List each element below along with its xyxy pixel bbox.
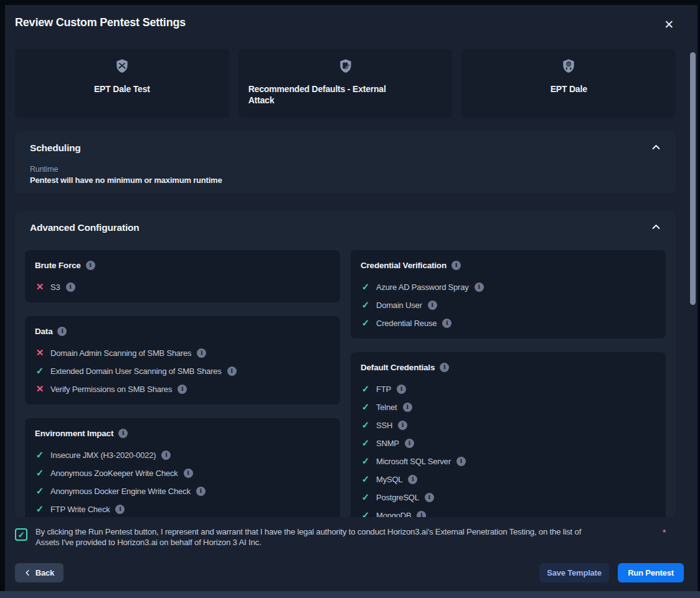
group-items: Domain Admin Scanning of SMB Shares Exte… [35,347,330,395]
setting-label: Azure AD Password Spray [376,283,469,292]
group-card-data: Data Domain Admin Scanning of SMB Shares [25,316,340,404]
group-card-brute-force: Brute Force S3 [25,250,340,302]
modal-title: Review Custom Pentest Settings [15,16,186,29]
status-icon [361,401,371,413]
back-button-label: Back [35,568,54,577]
scheduling-title: Scheduling [30,142,81,154]
status-icon [35,485,45,497]
chevron-up-icon[interactable] [650,141,662,153]
info-icon[interactable] [196,487,206,496]
info-icon[interactable] [403,403,412,412]
legal-consent-row: ✓ By clicking the Run Pentest button, I … [15,526,675,548]
shield-swords-icon [114,58,130,74]
info-icon[interactable] [197,348,206,358]
back-button[interactable]: Back [15,563,64,582]
chevron-left-icon [24,569,31,576]
setting-row: Domain Admin Scanning of SMB Shares [35,347,330,359]
info-icon[interactable] [115,505,125,514]
info-icon[interactable] [440,363,449,372]
group-items: Insecure JMX (H3-2020-0022) Anonymous Zo… [35,449,330,515]
status-icon [35,467,45,479]
setting-row: Azure AD Password Spray [361,281,656,293]
save-template-button[interactable]: Save Template [539,563,609,582]
info-icon[interactable] [456,457,466,466]
setting-row: S3 [35,281,330,293]
advanced-groups-grid: Brute Force S3 [25,250,666,517]
page-background-strip [0,591,700,598]
group-title-row: Brute Force [35,259,330,271]
info-icon[interactable] [452,261,461,270]
info-icon[interactable] [428,301,437,310]
info-icon[interactable] [408,475,417,484]
setting-row: Microsoft SQL Server [361,455,656,467]
status-icon [361,299,371,311]
template-card-ept-dale[interactable]: EPT Dale [461,49,676,118]
scrollbar-thumb[interactable] [690,52,696,305]
info-icon[interactable] [184,469,193,478]
run-pentest-label: Run Pentest [628,568,674,577]
setting-row: MongoDB [361,509,656,517]
shield-edit-icon [338,58,354,74]
status-icon [35,281,45,293]
setting-label: S3 [50,283,60,292]
runtime-label: Runtime [30,165,58,174]
advanced-configuration-title: Advanced Configuration [30,222,140,233]
setting-row: FTP [361,383,656,395]
template-card-ept-dale-test[interactable]: EPT Dale Test [15,49,229,118]
setting-label: Extended Domain User Scanning of SMB Sha… [50,367,222,376]
status-icon [35,449,45,461]
group-card-environment-impact: Environment Impact Insecure JMX (H3-2020… [25,418,340,517]
setting-row: FTP Write Check [35,503,330,515]
advanced-configuration-section: Advanced Configuration Brute Force [15,211,676,517]
info-icon[interactable] [227,367,237,376]
close-icon[interactable]: ✕ [661,16,677,32]
legal-consent-text: By clicking the Run Pentest button, I re… [35,526,581,548]
info-icon[interactable] [425,493,434,502]
group-title-row: Environment Impact [35,427,330,439]
info-icon[interactable] [398,421,407,430]
setting-label: FTP [376,385,391,394]
setting-row: SSH [361,419,656,431]
setting-label: Credential Reuse [376,319,437,328]
template-card-recommended-defaults[interactable]: Recommended Defaults - External Attack [239,49,453,118]
setting-label: MongoDB [376,511,411,518]
run-pentest-button[interactable]: Run Pentest [618,563,684,582]
info-icon[interactable] [118,429,128,438]
chevron-up-icon[interactable] [650,220,662,233]
template-card-title: Recommended Defaults - External Attack [248,83,401,106]
setting-row: Verify Permissions on SMB Shares [35,383,330,395]
info-icon[interactable] [161,451,171,460]
status-icon [361,491,371,503]
group-title: Environment Impact [35,429,113,438]
status-icon [361,419,371,431]
shield-network-icon [560,58,577,74]
info-icon[interactable] [442,319,452,328]
info-icon[interactable] [57,327,67,336]
status-icon [361,281,371,293]
setting-label: SSH [376,421,392,430]
info-icon[interactable] [177,385,187,394]
save-template-label: Save Template [547,568,601,577]
setting-label: MySQL [376,475,402,484]
info-icon[interactable] [397,385,406,394]
info-icon[interactable] [66,283,75,292]
status-icon [35,365,45,377]
setting-label: Microsoft SQL Server [376,457,451,466]
scheduling-section: Scheduling Runtime Pentest will have no … [15,131,676,194]
legal-checkbox[interactable]: ✓ [15,528,27,541]
advanced-left-column: Brute Force S3 [25,250,340,517]
setting-label: Insecure JMX (H3-2020-0022) [50,451,156,460]
info-icon[interactable] [405,439,414,448]
group-title: Brute Force [35,261,81,270]
group-card-default-credentials: Default Credentials FTP [351,352,666,517]
setting-label: Verify Permissions on SMB Shares [50,385,172,394]
setting-row: MySQL [361,473,656,485]
setting-row: Insecure JMX (H3-2020-0022) [35,449,330,461]
info-icon[interactable] [417,511,426,518]
setting-label: SNMP [376,439,399,448]
info-icon[interactable] [475,283,484,292]
status-icon [361,455,371,467]
group-items: Azure AD Password Spray Domain User [361,281,656,329]
group-title: Credential Verification [361,261,447,270]
info-icon[interactable] [86,261,95,270]
